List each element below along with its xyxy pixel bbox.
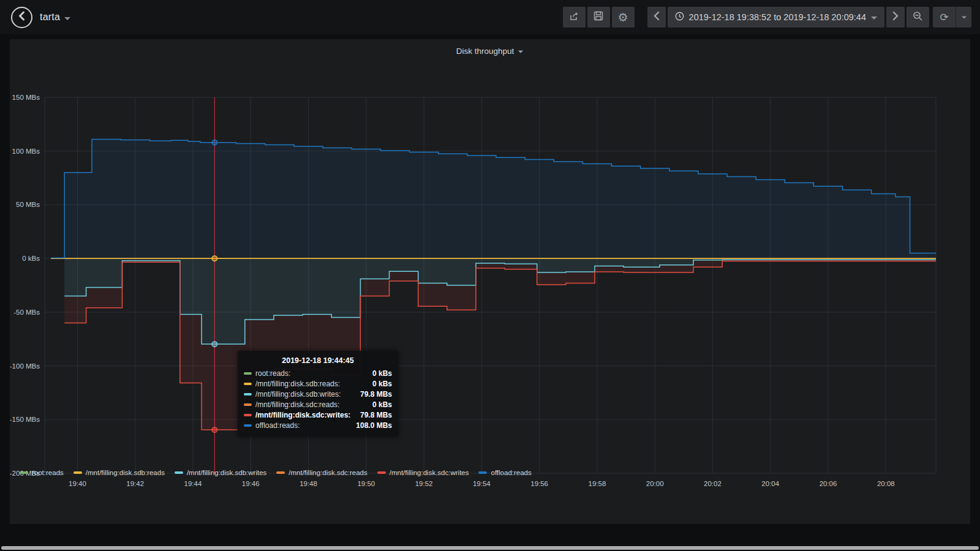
chevron-down-icon <box>962 16 967 18</box>
tooltip-series-label: offload:reads: <box>255 421 351 430</box>
legend-item[interactable]: root:reads <box>20 469 64 476</box>
legend: root:reads/mnt/filling:disk.sdb:reads/mn… <box>20 469 532 476</box>
y-axis-label: -100 MBs <box>10 362 40 370</box>
x-axis-label: 20:04 <box>761 480 779 487</box>
tooltip-series-value: 0 kBs <box>372 369 392 378</box>
settings-button[interactable]: ⚙ <box>612 7 635 28</box>
legend-item[interactable]: /mnt/filling:disk.sdc:reads <box>276 469 367 476</box>
tooltip-series-label: /mnt/filling:disk.sdb:writes: <box>255 390 355 399</box>
chevron-down-icon <box>64 17 70 20</box>
zoom-out-icon <box>913 11 923 24</box>
chevron-right-icon <box>892 12 899 23</box>
chart-area[interactable]: 150 MBs100 MBs50 MBs0 kBs-50 MBs-100 MBs… <box>10 66 970 495</box>
y-axis-label: -50 MBs <box>13 309 40 316</box>
series-color-dash <box>244 403 252 406</box>
time-shift-back-button[interactable] <box>647 7 666 28</box>
legend-item[interactable]: /mnt/filling:disk.sdc:writes <box>377 469 469 476</box>
legend-item[interactable]: /mnt/filling:disk.sdb:reads <box>74 469 165 476</box>
tooltip-series-row: /mnt/filling:disk.sdb:writes:79.8 MBs <box>244 390 392 399</box>
tooltip-series-row: /mnt/filling:disk.sdb:reads:0 kBs <box>244 380 392 388</box>
time-shift-forward-button[interactable] <box>886 7 905 28</box>
x-axis-label: 19:42 <box>126 480 144 487</box>
time-range-picker[interactable]: 2019-12-18 19:38:52 to 2019-12-18 20:09:… <box>668 7 884 28</box>
tooltip-series-row: /mnt/filling:disk.sdc:writes:79.8 MBs <box>244 411 392 419</box>
tooltip-series-label: root:reads: <box>255 369 368 378</box>
hover-point-dot <box>212 342 217 347</box>
hover-point-dot <box>212 256 217 261</box>
x-axis-label: 20:00 <box>646 480 664 487</box>
tooltip-series-value: 108.0 MBs <box>356 421 392 430</box>
series-color-dash <box>244 393 252 395</box>
y-axis-label: -150 MBs <box>10 416 40 423</box>
legend-item-label: root:reads <box>32 469 64 476</box>
x-axis-label: 19:54 <box>473 480 491 487</box>
share-icon <box>569 11 579 24</box>
offload-reads-fill <box>51 139 936 258</box>
x-axis-label: 19:58 <box>589 480 606 487</box>
tooltip-series-value: 0 kBs <box>372 400 392 409</box>
share-button[interactable] <box>563 7 586 28</box>
dashboard-title: tarta <box>40 12 60 23</box>
tooltip-series-value: 79.8 MBs <box>360 390 392 399</box>
series-color-dash <box>276 471 285 474</box>
x-axis-label: 19:48 <box>300 480 317 487</box>
legend-item-label: /mnt/filling:disk.sdb:writes <box>187 469 266 476</box>
tooltip-series-label: /mnt/filling:disk.sdc:reads: <box>255 400 368 409</box>
x-axis-label: 19:56 <box>530 480 548 487</box>
y-axis-label: 100 MBs <box>12 148 40 155</box>
x-axis-label: 19:46 <box>242 480 260 487</box>
save-icon <box>594 11 603 23</box>
back-button[interactable] <box>11 7 32 28</box>
refresh-button[interactable]: ⟳ <box>933 7 956 28</box>
hover-point-dot <box>212 140 217 144</box>
series-color-dash <box>244 414 252 416</box>
disk-throughput-chart[interactable]: 150 MBs100 MBs50 MBs0 kBs-50 MBs-100 MBs… <box>10 66 970 495</box>
chart-tooltip: 2019-12-18 19:44:45 root:reads:0 kBs/mnt… <box>238 351 398 437</box>
series-color-dash <box>244 424 252 427</box>
chevron-left-icon <box>654 12 660 23</box>
series-color-dash <box>244 372 252 375</box>
x-axis-label: 20:08 <box>877 480 895 487</box>
time-range-label: 2019-12-18 19:38:52 to 2019-12-18 20:09:… <box>689 12 866 22</box>
series-color-dash <box>478 471 487 474</box>
y-axis-label: 150 MBs <box>12 94 40 101</box>
save-button[interactable] <box>587 7 610 28</box>
horizontal-scrollbar[interactable] <box>1 546 979 550</box>
gear-icon: ⚙ <box>618 12 628 23</box>
hover-point-dot <box>212 427 217 432</box>
legend-item[interactable]: /mnt/filling:disk.sdb:writes <box>175 469 266 476</box>
tooltip-series-row: /mnt/filling:disk.sdc:reads:0 kBs <box>244 400 392 409</box>
legend-item-label: /mnt/filling:disk.sdb:reads <box>86 469 165 476</box>
refresh-icon: ⟳ <box>940 11 948 24</box>
x-axis-label: 19:52 <box>415 480 433 487</box>
tooltip-timestamp: 2019-12-18 19:44:45 <box>244 356 392 365</box>
x-axis-label: 20:02 <box>704 480 722 487</box>
graph-panel: Disk throughput 150 MBs100 MBs50 MBs0 kB… <box>10 39 970 524</box>
tooltip-series-label: /mnt/filling:disk.sdc:writes: <box>255 411 355 419</box>
series-color-dash <box>20 471 28 474</box>
x-axis-label: 20:06 <box>820 480 837 487</box>
tooltip-series-value: 79.8 MBs <box>360 411 392 419</box>
legend-item-label: offload:reads <box>491 469 531 476</box>
tooltip-series-label: /mnt/filling:disk.sdb:reads: <box>255 380 368 388</box>
legend-item[interactable]: offload:reads <box>478 469 531 476</box>
tooltip-series-value: 0 kBs <box>372 380 392 388</box>
x-axis-label: 19:44 <box>184 480 202 487</box>
legend-item-label: /mnt/filling:disk.sdc:writes <box>390 469 469 476</box>
chevron-down-icon <box>518 50 524 53</box>
zoom-out-button[interactable] <box>907 7 929 28</box>
series-color-dash <box>74 471 82 474</box>
y-axis-label: 0 kBs <box>22 255 40 262</box>
navbar: tarta ⚙ <box>0 0 980 34</box>
dashboard-title-dropdown[interactable]: tarta <box>40 12 70 23</box>
refresh-interval-dropdown[interactable] <box>956 7 971 28</box>
series-color-dash <box>377 471 386 474</box>
panel-title: Disk throughput <box>456 47 514 56</box>
chevron-down-icon <box>871 17 877 20</box>
y-axis-label: 50 MBs <box>16 201 40 208</box>
tooltip-series-row: root:reads:0 kBs <box>244 369 392 378</box>
tooltip-series-row: offload:reads:108.0 MBs <box>244 421 392 430</box>
panel-title-menu[interactable]: Disk throughput <box>10 39 970 58</box>
back-arrow-icon <box>17 11 27 23</box>
legend-item-label: /mnt/filling:disk.sdc:reads <box>288 469 367 476</box>
